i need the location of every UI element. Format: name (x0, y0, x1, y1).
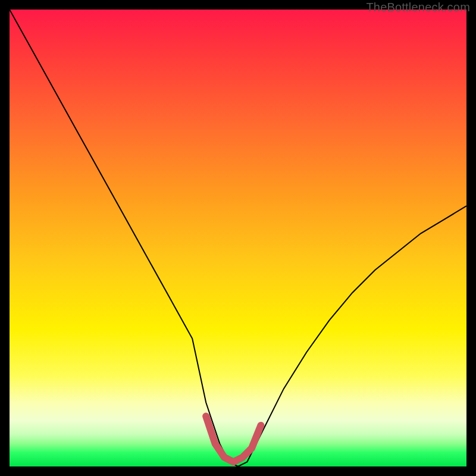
plot-area (10, 10, 466, 466)
bottleneck-curve-path (10, 10, 466, 466)
data-layer (10, 10, 466, 466)
optimal-zone-path (206, 416, 261, 462)
watermark-text: TheBottleneck.com (366, 1, 470, 14)
chart-frame: TheBottleneck.com (0, 0, 476, 476)
